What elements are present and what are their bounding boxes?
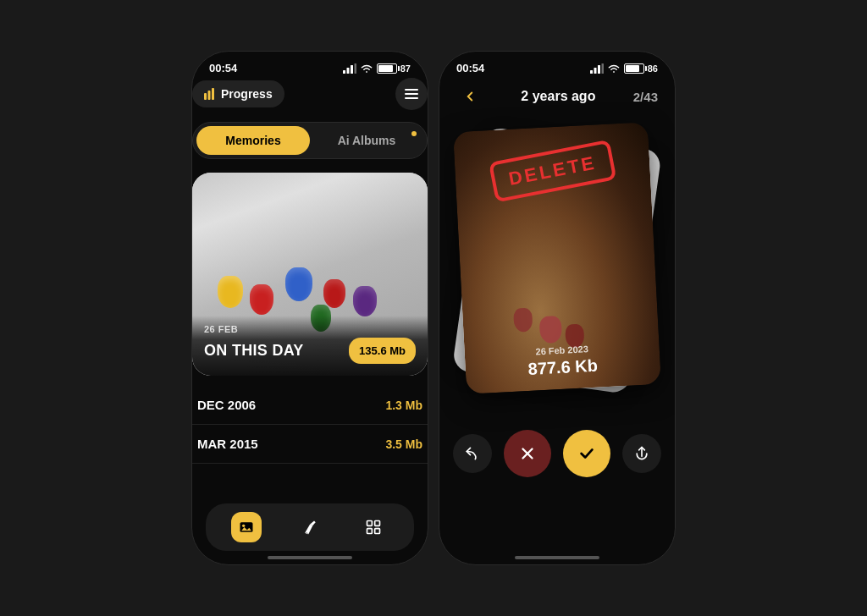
x-icon [518, 444, 537, 463]
nav-clean[interactable] [295, 512, 325, 542]
card-overlay: 26 FEB ON THIS DAY 135.6 Mb [192, 316, 428, 376]
back-button[interactable] [456, 83, 483, 110]
gummy-yellow [218, 276, 243, 308]
grid-icon [365, 519, 382, 536]
memory-row-size-1: 3.5 Mb [385, 437, 422, 451]
card-date: 26 FEB [204, 324, 416, 334]
bar-chart-icon [204, 88, 216, 100]
svg-rect-2 [351, 65, 353, 74]
right-signal-icon [590, 63, 604, 74]
swipe-area[interactable]: DELETE 26 Feb 2023 877.6 Kb [448, 118, 666, 423]
menu-line-2 [405, 93, 418, 95]
gummy-red-2 [323, 279, 345, 308]
progress-label: Progress [221, 87, 273, 101]
tab-memories[interactable]: Memories [196, 126, 310, 155]
tabs-container: Memories Ai Albums [192, 122, 428, 159]
svg-rect-10 [375, 521, 380, 526]
chart-icon [204, 88, 216, 100]
svg-rect-1 [346, 68, 349, 74]
top-bar: Progress [192, 78, 428, 110]
left-battery-icon [377, 63, 397, 74]
left-battery-text: 87 [400, 63, 411, 74]
undo-button[interactable] [453, 434, 492, 473]
progress-button[interactable]: Progress [192, 80, 284, 107]
tab-dot [411, 131, 417, 136]
memory-list: DEC 2006 1.3 Mb MAR 2015 3.5 Mb [192, 386, 428, 464]
right-battery-text: 86 [648, 63, 658, 74]
back-arrow-icon [462, 89, 478, 104]
right-battery-icon [624, 63, 644, 74]
gummy-blue [285, 267, 312, 301]
bottom-nav [206, 503, 414, 551]
right-time: 00:54 [456, 62, 484, 74]
left-phone: 00:54 87 [191, 51, 428, 565]
left-status-icons: 87 [343, 63, 411, 74]
share-icon [633, 445, 650, 462]
svg-rect-3 [354, 63, 356, 74]
svg-rect-13 [590, 70, 593, 74]
right-phone: 00:54 86 [439, 51, 676, 565]
left-status-bar: 00:54 87 [192, 52, 428, 78]
menu-line-1 [405, 89, 418, 91]
left-time: 00:54 [209, 62, 237, 74]
wifi-icon [360, 63, 373, 74]
gummy-purple [353, 286, 377, 316]
menu-button[interactable] [395, 78, 428, 110]
svg-rect-5 [208, 91, 211, 100]
check-icon [577, 444, 596, 463]
svg-rect-0 [343, 70, 345, 74]
nav-photos[interactable] [231, 512, 262, 542]
photos-icon [238, 519, 255, 536]
right-wifi-icon [607, 63, 621, 74]
menu-line-3 [405, 97, 418, 99]
memory-size-badge: 135.6 Mb [349, 338, 416, 364]
photo-gummy-1 [513, 308, 533, 333]
svg-rect-9 [367, 521, 373, 526]
memory-row-label-0: DEC 2006 [197, 398, 256, 412]
card-bottom-row: ON THIS DAY 135.6 Mb [204, 338, 416, 364]
photo-card-main: DELETE 26 Feb 2023 877.6 Kb [453, 122, 661, 394]
gummy-red-1 [250, 284, 273, 315]
on-this-day: ON THIS DAY [204, 342, 304, 360]
signal-icon [343, 63, 356, 74]
memory-row-0[interactable]: DEC 2006 1.3 Mb [192, 386, 428, 425]
memory-row-size-0: 1.3 Mb [385, 399, 422, 412]
undo-icon [464, 445, 481, 462]
photo-gummy-2 [539, 316, 563, 344]
memory-row-1[interactable]: MAR 2015 3.5 Mb [192, 425, 428, 464]
memory-card[interactable]: 26 FEB ON THIS DAY 135.6 Mb [192, 173, 428, 376]
right-count: 2/43 [633, 90, 658, 104]
svg-rect-14 [594, 68, 596, 74]
tab-ai-albums[interactable]: Ai Albums [310, 126, 423, 155]
confirm-button[interactable] [563, 430, 610, 477]
action-buttons [439, 430, 675, 477]
svg-rect-4 [204, 93, 207, 100]
right-status-icons: 86 [590, 63, 658, 74]
right-top-bar: 2 years ago 2/43 [439, 78, 675, 118]
svg-rect-16 [601, 63, 604, 74]
memory-row-label-1: MAR 2015 [197, 437, 258, 451]
broom-icon [301, 519, 318, 536]
right-home-indicator [515, 556, 599, 559]
left-home-indicator [268, 556, 352, 559]
right-title: 2 years ago [521, 89, 595, 104]
right-status-bar: 00:54 86 [439, 52, 675, 78]
delete-button[interactable] [504, 430, 551, 477]
nav-grid[interactable] [358, 512, 389, 542]
svg-rect-15 [598, 65, 600, 74]
svg-rect-6 [212, 88, 214, 100]
svg-rect-11 [367, 529, 373, 534]
svg-rect-12 [375, 529, 380, 534]
left-content: Progress Memories Ai Albums [192, 78, 428, 464]
share-button[interactable] [622, 434, 661, 473]
svg-point-8 [242, 525, 245, 527]
